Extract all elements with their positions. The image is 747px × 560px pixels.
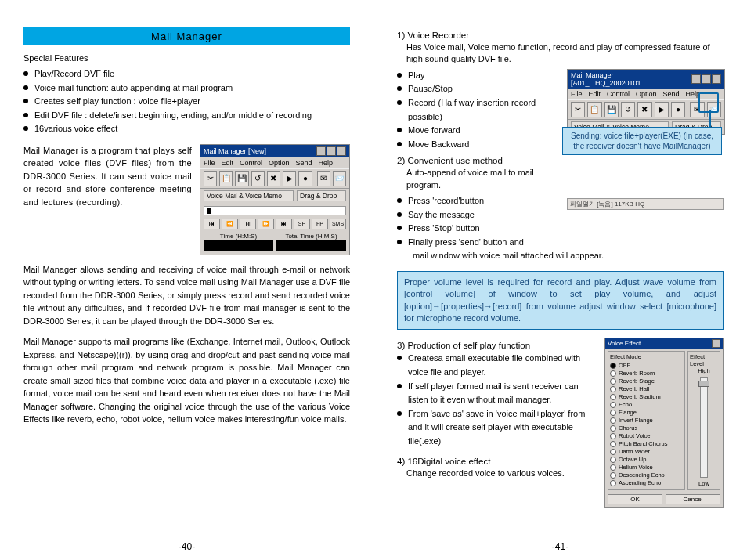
radio-icon[interactable] <box>610 363 616 369</box>
menu-item[interactable]: Send <box>663 90 680 98</box>
level-low: Low <box>698 480 709 487</box>
callout-connector <box>709 110 711 127</box>
radio-icon[interactable] <box>610 449 616 455</box>
effect-option[interactable]: Flange <box>619 409 637 416</box>
effect-option[interactable]: Pitch Band Chorus <box>619 440 668 447</box>
close-icon[interactable] <box>712 339 720 348</box>
radio-icon[interactable] <box>610 402 616 408</box>
radio-icon[interactable] <box>610 425 616 432</box>
toolbar-button[interactable]: ↺ <box>621 102 635 117</box>
heading-voice-recorder: 1) Voice Recorder <box>397 31 724 40</box>
cancel-button[interactable]: Cancel <box>666 494 720 504</box>
radio-icon[interactable] <box>610 410 616 416</box>
slider-track[interactable] <box>700 377 708 478</box>
page-left: Mail Manager Special Features Play/Recor… <box>0 0 374 560</box>
effect-option[interactable]: Darth Vader <box>619 448 650 455</box>
menu-item[interactable]: Send <box>296 159 312 167</box>
ctrl-sp[interactable]: SP <box>294 219 310 229</box>
ctrl-ff[interactable]: ⏩ <box>258 219 274 229</box>
ctrl-prev[interactable]: ⏮ <box>204 219 220 229</box>
effect-option[interactable]: Helium Voice <box>619 464 653 471</box>
toolbar-button[interactable]: ▶ <box>655 102 669 117</box>
effect-option[interactable]: Octave Up <box>619 456 646 463</box>
toolbar-button[interactable]: ✖ <box>637 102 651 117</box>
menu-item[interactable]: Control <box>607 90 630 98</box>
note-volume: Proper volume level is required for reco… <box>397 271 724 331</box>
desc-voice-effect: Change recorded voice to various voices. <box>406 468 597 479</box>
radio-icon[interactable] <box>610 457 616 463</box>
transport-controls: ⏮ ⏪ ⏯ ⏩ ⏭ SP FP SMS <box>204 219 346 229</box>
menu-item[interactable]: File <box>204 159 215 167</box>
effect-option[interactable]: OFF <box>619 362 630 369</box>
app-titlebar: Mail Manager [A01_...HQ_20020101... <box>568 70 724 89</box>
ctrl-rew[interactable]: ⏪ <box>222 219 238 229</box>
effect-level-slider[interactable]: Effect Level High Low <box>687 351 720 490</box>
ctrl-fp[interactable]: FP <box>312 219 328 229</box>
heading-voice-effect: 4) 16Digital voice effect <box>397 457 597 466</box>
effect-option[interactable]: Robot Voice <box>619 432 650 439</box>
menu-item[interactable]: File <box>571 90 583 98</box>
effect-option[interactable]: Reverb Hall <box>619 385 649 392</box>
toolbar-button[interactable]: ● <box>298 171 312 186</box>
radio-icon[interactable] <box>610 370 616 377</box>
effect-mode-group: Effect Mode OFF Reverb Room Reverb Stage… <box>608 351 685 490</box>
radio-icon[interactable] <box>610 464 616 471</box>
toolbar-button[interactable]: 📋 <box>219 171 233 186</box>
toolbar-button[interactable]: ● <box>671 102 685 117</box>
menu-item[interactable]: Help <box>319 159 334 167</box>
effect-option[interactable]: Echo <box>619 401 632 408</box>
toolbar-button[interactable]: 💾 <box>604 102 619 117</box>
rule-top <box>23 16 350 16</box>
list-item: Record (Half way insertion record possib… <box>397 96 559 124</box>
radio-icon[interactable] <box>610 394 616 400</box>
radio-icon[interactable] <box>610 433 616 439</box>
heading-mail-manager: Mail Manager <box>23 27 350 45</box>
play-progress[interactable] <box>204 206 346 215</box>
group-label: Effect Mode <box>610 353 683 360</box>
ctrl-play[interactable]: ⏯ <box>240 219 256 229</box>
ctrl-sms[interactable]: SMS <box>330 219 346 229</box>
menu-item[interactable]: Option <box>269 159 290 167</box>
body-paragraph-1: Mail Manager allows sending and receivin… <box>23 263 350 328</box>
radio-icon[interactable] <box>610 386 616 392</box>
radio-icon[interactable] <box>610 417 616 424</box>
radio-icon[interactable] <box>610 480 616 486</box>
effect-option[interactable]: Chorus <box>619 425 637 432</box>
effect-option[interactable]: Reverb Stage <box>619 378 655 385</box>
effect-option[interactable]: Ascending Echo <box>619 479 661 486</box>
menu-item[interactable]: Edit <box>589 90 601 98</box>
list-item: From 'save as' save in 'voice mail+playe… <box>397 407 597 449</box>
effect-option[interactable]: Descending Echo <box>619 471 665 479</box>
radio-icon[interactable] <box>610 472 616 479</box>
level-label: Effect Level <box>690 353 718 367</box>
toolbar-button[interactable]: ✂ <box>571 102 585 117</box>
menu-item[interactable]: Control <box>240 159 262 167</box>
menu-item[interactable]: Option <box>636 90 657 98</box>
toolbar-button[interactable]: 📨 <box>333 171 346 186</box>
callout-sending-exe: Sending: voice file+player(EXE) (In case… <box>562 127 722 155</box>
radio-icon[interactable] <box>610 441 616 447</box>
menu-item[interactable]: Edit <box>222 159 234 167</box>
toolbar-button[interactable]: 📋 <box>587 102 601 117</box>
effect-option[interactable]: Invert Flange <box>619 417 653 424</box>
ctrl-next[interactable]: ⏭ <box>276 219 292 229</box>
mail-manager-screenshot-2: Mail Manager [A01_...HQ_20020101... File… <box>567 69 724 210</box>
list-item: Move Backward <box>397 138 559 152</box>
convenient-use-list: Press 'record'button Say the message Pre… <box>397 194 559 249</box>
voice-effect-dialog: Voice Effect Effect Mode OFF Reverb Room… <box>604 338 724 508</box>
list-item: Finally press 'send' button and <box>397 236 559 250</box>
toolbar-button[interactable]: 💾 <box>235 171 248 186</box>
radio-icon[interactable] <box>610 378 616 385</box>
app-menubar: File Edit Control Option Send Help <box>200 157 349 168</box>
toolbar-button[interactable]: ✉ <box>317 171 330 186</box>
toolbar-button[interactable]: ✂ <box>204 171 217 186</box>
toolbar-button[interactable]: ✖ <box>267 171 280 186</box>
effect-option[interactable]: Reverb Room <box>619 370 655 377</box>
toolbar-button[interactable]: ↺ <box>251 171 265 186</box>
list-item: Play <box>397 69 559 83</box>
toolbar-button[interactable]: ▶ <box>283 171 296 186</box>
list-item: Move forward <box>397 124 559 138</box>
ok-button[interactable]: OK <box>608 494 662 504</box>
list-item: Press 'record'button <box>397 194 559 208</box>
effect-option[interactable]: Reverb Stadium <box>619 393 661 400</box>
